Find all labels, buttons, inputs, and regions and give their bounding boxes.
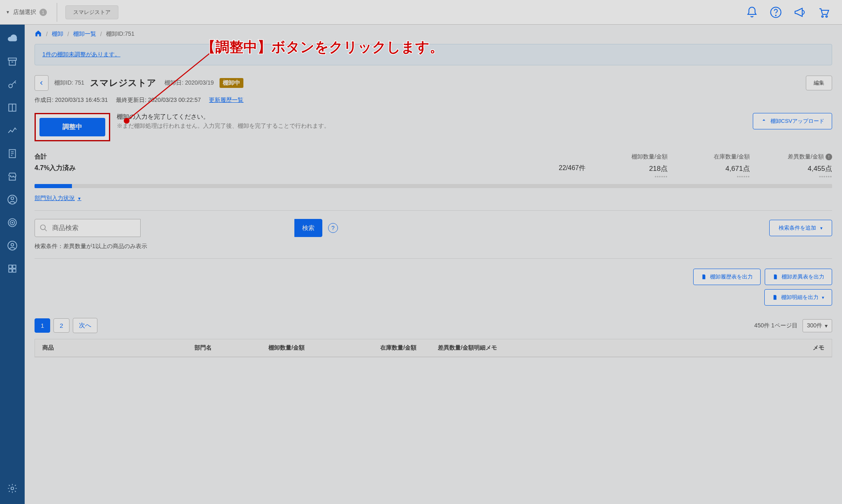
svg-point-14: [8, 241, 17, 250]
updated-at: 最終更新日: 2020/03/23 00:22:57: [116, 97, 201, 104]
svg-rect-16: [9, 265, 12, 268]
cart-icon[interactable]: [817, 6, 830, 18]
sidebar-item-archive[interactable]: [0, 50, 25, 73]
th-memo: メモ: [515, 344, 824, 352]
sidebar-item-account[interactable]: [0, 234, 25, 257]
breadcrumb-home[interactable]: [35, 30, 42, 38]
breadcrumb-link-2[interactable]: 棚卸一覧: [73, 30, 96, 38]
sidebar-item-cloud[interactable]: [0, 27, 25, 50]
breadcrumb: / 棚卸 / 棚卸一覧 / 棚卸ID:751: [35, 30, 832, 38]
sidebar-item-target[interactable]: [0, 211, 25, 234]
export-history-button[interactable]: 棚卸履歴表を出力: [693, 269, 761, 285]
svg-point-15: [11, 244, 14, 246]
sidebar-item-receipt[interactable]: [0, 142, 25, 165]
breadcrumb-separator: /: [67, 31, 69, 37]
caret-down-icon: ▾: [825, 322, 828, 329]
caret-down-icon: ▼: [77, 196, 81, 201]
masked-amount: ******: [585, 175, 668, 180]
stock-qty: 4,671点: [668, 164, 750, 173]
item-ratio: 22/467件: [282, 164, 585, 173]
svg-rect-5: [9, 60, 15, 65]
sidebar-item-apps[interactable]: [0, 257, 25, 280]
inventory-date-label: 棚卸日: 2020/03/19: [164, 79, 214, 87]
department-breakdown-link[interactable]: 部門別入力状況▼: [35, 195, 81, 202]
notice-link[interactable]: 1件の棚卸未調整があります。: [42, 51, 120, 58]
svg-rect-17: [13, 265, 16, 268]
action-instruction-2: ※まだ棚卸処理は行われません。入力完了後、棚卸を完了することで行われます。: [117, 122, 330, 130]
th-product: 商品: [42, 344, 194, 352]
th-stock: 在庫数量/金額: [363, 344, 416, 352]
breadcrumb-separator: /: [100, 31, 102, 37]
export-diff-button[interactable]: 棚卸差異表を出力: [765, 269, 832, 285]
svg-point-20: [11, 487, 14, 490]
help-icon[interactable]: [770, 6, 782, 18]
search-conditions-label: 検索条件：差異数量が1以上の商品のみ表示: [35, 243, 832, 250]
svg-point-6: [9, 84, 12, 88]
edit-button[interactable]: 編集: [806, 76, 832, 90]
th-diff: 差異数量/金額: [416, 344, 474, 352]
action-instruction-1: 棚卸の入力を完了してください。: [117, 113, 330, 121]
csv-upload-button[interactable]: 棚卸CSVアップロード: [753, 113, 832, 129]
adjust-button[interactable]: 調整中: [39, 118, 105, 136]
svg-point-11: [8, 219, 16, 227]
created-at: 作成日: 2020/03/13 16:45:31: [35, 97, 108, 104]
annotation-callout: 【調整中】ボタンをクリックします。: [201, 38, 444, 57]
pager-info: 450件 1ページ目: [754, 322, 798, 329]
product-table: 商品 部門名 棚卸数量/金額 在庫数量/金額 差異数量/金額 明細メモ メモ: [35, 339, 832, 357]
caret-down-icon: ▾: [822, 295, 824, 300]
per-page-select[interactable]: 300件▾: [803, 319, 832, 332]
sidebar-item-store[interactable]: [0, 165, 25, 188]
breadcrumb-link-1[interactable]: 棚卸: [52, 30, 63, 38]
store-count-badge: 1: [39, 9, 47, 16]
inventory-id-label: 棚卸ID: 751: [54, 79, 84, 87]
svg-point-10: [11, 197, 14, 200]
search-icon: [39, 224, 48, 232]
history-link[interactable]: 更新履歴一覧: [209, 97, 243, 104]
sidebar-item-analytics[interactable]: [0, 119, 25, 142]
status-badge: 棚卸中: [220, 78, 243, 88]
breadcrumb-separator: /: [46, 31, 48, 37]
search-input[interactable]: [35, 219, 141, 237]
search-help-icon[interactable]: ?: [328, 223, 338, 233]
page-1[interactable]: 1: [35, 318, 50, 333]
caret-down-icon: ▼: [6, 10, 10, 14]
svg-point-12: [10, 221, 15, 225]
megaphone-icon[interactable]: [793, 6, 806, 18]
svg-point-21: [41, 225, 46, 230]
store-title: スマレジストア: [90, 77, 156, 89]
th-inventory: 棚卸数量/金額: [268, 344, 363, 352]
masked-amount: ******: [750, 175, 832, 180]
percent-complete: 4.7%入力済み: [35, 164, 76, 171]
add-condition-button[interactable]: 検索条件を追加▾: [769, 220, 832, 236]
svg-point-2: [822, 16, 823, 17]
store-button[interactable]: スマレジストア: [65, 5, 118, 19]
summary-label: 合計: [35, 153, 47, 161]
search-button[interactable]: 検索: [294, 219, 322, 237]
svg-point-13: [12, 222, 13, 223]
page-next[interactable]: 次へ: [73, 318, 97, 333]
svg-rect-18: [9, 269, 12, 272]
adjust-highlight-box: 調整中: [35, 113, 110, 141]
sidebar-item-user[interactable]: [0, 188, 25, 211]
th-department: 部門名: [194, 344, 268, 352]
summary-col-1: 棚卸数量/金額: [585, 153, 668, 161]
page-2[interactable]: 2: [53, 318, 69, 333]
export-detail-button[interactable]: 棚卸明細を出力▾: [764, 289, 832, 306]
store-select-label: 店舗選択: [13, 9, 36, 16]
sidebar-item-settings[interactable]: [0, 477, 25, 500]
info-icon[interactable]: !: [826, 154, 832, 160]
th-detail-memo: 明細メモ: [474, 344, 515, 352]
sidebar-item-key[interactable]: [0, 73, 25, 96]
divider: [57, 3, 57, 22]
chevron-down-icon: ▾: [820, 226, 823, 231]
svg-point-3: [826, 16, 828, 17]
bell-icon[interactable]: [746, 6, 758, 18]
summary-col-3: 差異数量/金額!: [750, 153, 832, 161]
diff-qty: 4,455点: [750, 164, 832, 173]
svg-rect-19: [13, 269, 16, 272]
sidebar-item-book[interactable]: [0, 96, 25, 119]
store-select-dropdown[interactable]: ▼ 店舗選択 1: [0, 9, 57, 16]
inventory-qty: 218点: [585, 164, 668, 173]
back-button[interactable]: [35, 75, 49, 91]
svg-point-1: [775, 15, 776, 16]
